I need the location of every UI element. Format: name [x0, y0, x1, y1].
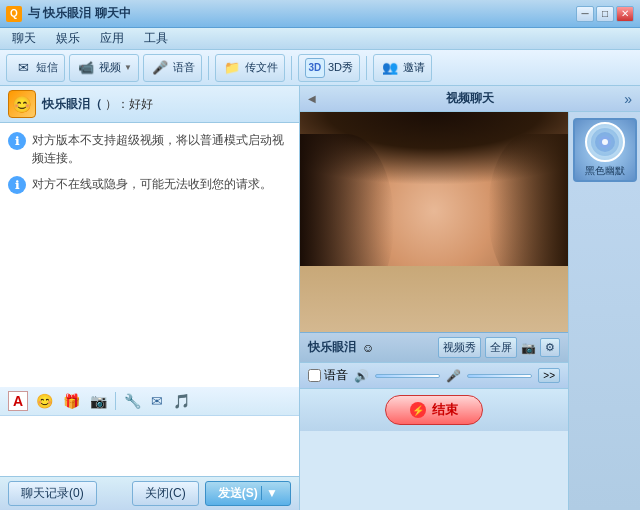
sms-icon: ✉: [13, 58, 33, 78]
close-chat-button[interactable]: 关闭(C): [132, 481, 199, 506]
close-button[interactable]: ✕: [616, 6, 634, 22]
app-icon: Q: [6, 6, 22, 22]
right-panel: ◀ 视频聊天 » 快乐眼泪 ☺: [300, 86, 640, 510]
mic-slider[interactable]: [467, 374, 532, 378]
minimize-button[interactable]: ─: [576, 6, 594, 22]
preview-visual: [589, 126, 621, 158]
mic-icon: 🎤: [446, 369, 461, 383]
info-message-1: ℹ 对方版本不支持超级视频，将以普通模式启动视频连接。: [8, 131, 291, 167]
chat-messages: ℹ 对方版本不支持超级视频，将以普通模式启动视频连接。 ℹ 对方不在线或隐身，可…: [0, 123, 299, 387]
info-message-2: ℹ 对方不在线或隐身，可能无法收到您的请求。: [8, 175, 291, 194]
vc-left: 快乐眼泪 ☺: [308, 339, 374, 356]
gift-button[interactable]: 🎁: [61, 391, 82, 411]
info-icon-1: ℹ: [8, 132, 26, 150]
transfer-button[interactable]: 📁 传文件: [215, 54, 285, 82]
mail-button[interactable]: ✉: [149, 391, 165, 411]
chat-log-button[interactable]: 聊天记录(0): [8, 481, 97, 506]
voice-button[interactable]: 🎤 语音: [143, 54, 202, 82]
3d-icon: 3D: [305, 58, 325, 78]
menu-chat[interactable]: 聊天: [8, 28, 40, 49]
toolbar-separator-1: [208, 56, 209, 80]
video-expand-icon[interactable]: »: [624, 91, 632, 107]
fullscreen-button[interactable]: 全屏: [485, 337, 517, 358]
video-show-button[interactable]: 视频秀: [438, 337, 481, 358]
invite-button[interactable]: 👥 邀请: [373, 54, 432, 82]
music-button[interactable]: 🎵: [171, 391, 192, 411]
invite-icon: 👥: [380, 58, 400, 78]
preview-side: 黑色幽默: [568, 112, 640, 510]
contact-name: 快乐眼泪（ ）：好好: [42, 96, 153, 113]
room-bg: [300, 266, 568, 332]
camera-icon: 📷: [521, 341, 536, 355]
left-panel: 😊 快乐眼泪（ ）：好好 ℹ 对方版本不支持超级视频，将以普通模式启动视频连接。…: [0, 86, 300, 510]
video-icon: 📹: [76, 58, 96, 78]
video-contact-name: 快乐眼泪: [308, 339, 356, 356]
video-feed: [300, 112, 568, 332]
window-controls: ─ □ ✕: [576, 6, 634, 22]
video-smile-icon: ☺: [362, 341, 374, 355]
thumb-inner: [585, 122, 625, 162]
video-header: ◀ 视频聊天 »: [300, 86, 640, 112]
chat-bottom-bar: 聊天记录(0) 关闭(C) 发送(S) ▼: [0, 476, 299, 510]
toolbar: ✉ 短信 📹 视频 ▼ 🎤 语音 📁 传文件 3D 3D秀 👥 邀请: [0, 50, 640, 86]
window-title: 与 快乐眼泪 聊天中: [28, 5, 576, 22]
menu-apps[interactable]: 应用: [96, 28, 128, 49]
info-icon-2: ℹ: [8, 176, 26, 194]
video-button[interactable]: 📹 视频 ▼: [69, 54, 139, 82]
preview-label: 黑色幽默: [585, 164, 625, 178]
toolbar-separator-2: [291, 56, 292, 80]
send-dropdown-arrow[interactable]: ▼: [261, 486, 278, 500]
volume-slider[interactable]: [375, 374, 440, 378]
audio-expand-button[interactable]: >>: [538, 368, 560, 383]
voice-icon: 🎤: [150, 58, 170, 78]
audio-label: 语音: [324, 367, 348, 384]
vc-right: 视频秀 全屏 📷 ⚙: [438, 337, 560, 358]
video-settings-button[interactable]: ⚙: [540, 338, 560, 357]
maximize-button[interactable]: □: [596, 6, 614, 22]
video-controls: 快乐眼泪 ☺ 视频秀 全屏 📷 ⚙: [300, 332, 568, 362]
preview-thumbnail[interactable]: 黑色幽默: [573, 118, 637, 182]
main-content: 😊 快乐眼泪（ ）：好好 ℹ 对方版本不支持超级视频，将以普通模式启动视频连接。…: [0, 86, 640, 510]
audio-checkbox-input[interactable]: [308, 369, 321, 382]
3d-button[interactable]: 3D 3D秀: [298, 54, 360, 82]
volume-icon: 🔊: [354, 369, 369, 383]
video-header-arrow: ◀: [308, 93, 316, 104]
sms-button[interactable]: ✉ 短信: [6, 54, 65, 82]
screenshot-button[interactable]: 📷: [88, 391, 109, 411]
transfer-icon: 📁: [222, 58, 242, 78]
emoji-button[interactable]: 😊: [34, 391, 55, 411]
video-panel-title: 视频聊天: [446, 90, 494, 107]
svg-point-3: [602, 139, 608, 145]
chat-input[interactable]: [0, 416, 299, 476]
video-dropdown-arrow: ▼: [124, 63, 132, 72]
video-main: 快乐眼泪 ☺ 视频秀 全屏 📷 ⚙ 语音: [300, 112, 568, 510]
contact-avatar: 😊: [8, 90, 36, 118]
menu-tools[interactable]: 工具: [140, 28, 172, 49]
hair-side-right: [488, 134, 568, 288]
font-button[interactable]: A: [8, 391, 28, 411]
end-call-icon: ⚡: [410, 402, 426, 418]
end-area: ⚡ 结束: [300, 388, 568, 431]
input-sep: [115, 392, 116, 410]
end-call-button[interactable]: ⚡ 结束: [385, 395, 483, 425]
menu-entertainment[interactable]: 娱乐: [52, 28, 84, 49]
input-toolbar: A 😊 🎁 📷 🔧 ✉ 🎵: [0, 387, 299, 416]
toolbar-separator-3: [366, 56, 367, 80]
chat-header: 😊 快乐眼泪（ ）：好好: [0, 86, 299, 123]
menu-bar: 聊天 娱乐 应用 工具: [0, 28, 640, 50]
audio-toggle: 语音: [308, 367, 348, 384]
nudge-button[interactable]: 🔧: [122, 391, 143, 411]
audio-controls: 语音 🔊 🎤 >>: [300, 362, 568, 388]
send-button[interactable]: 发送(S) ▼: [205, 481, 291, 506]
title-bar: Q 与 快乐眼泪 聊天中 ─ □ ✕: [0, 0, 640, 28]
video-area-row: 快乐眼泪 ☺ 视频秀 全屏 📷 ⚙ 语音: [300, 112, 640, 510]
